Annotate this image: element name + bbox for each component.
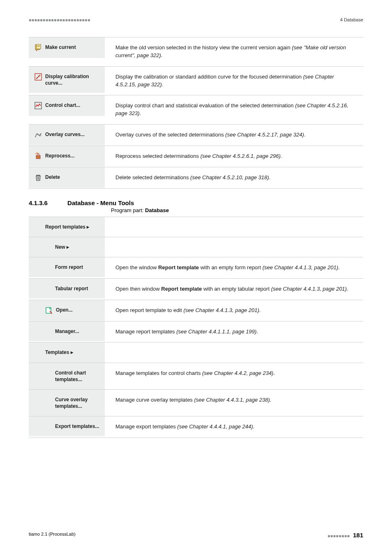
text-italic: (see Chapter 4.5.2.10, page 318)	[190, 174, 269, 180]
text-part: Manage templates for control charts	[115, 370, 202, 376]
label-export-templates: Export tem­plates...	[55, 423, 99, 430]
text-part: .	[269, 174, 271, 180]
group-templates: Templates ▸	[29, 342, 105, 362]
text-italic: (see Chapter 4.4.1.3, page 201)	[271, 286, 347, 292]
footer-dashes: ■ ■ ■ ■ ■ ■ ■ ■	[327, 534, 349, 538]
label-control-chart: Control chart...	[45, 102, 80, 109]
desc-empty	[105, 237, 363, 250]
label-new: New ▸	[55, 244, 69, 250]
text-part: with an empty tabular report	[202, 286, 271, 292]
text-part: .	[140, 110, 141, 116]
program-part-line: Program part: Database	[111, 207, 363, 213]
text-bold: Report template	[158, 264, 199, 271]
label-control-chart-templates: Control chart templates...	[55, 370, 101, 383]
row-tabular-report: Tabular report Open then window Report t…	[29, 278, 363, 300]
text-bold: Report template	[161, 286, 202, 292]
desc-curve-overlay-templates: Manage curve overlay templates (see Chap…	[105, 390, 363, 411]
section-heading: 4.1.3.6 Database - Menu Tools	[29, 199, 363, 206]
desc-overlay-curves: Overlay curves of the selected determina…	[105, 125, 363, 146]
text-part: Open the window	[115, 264, 158, 271]
label-delete: Delete	[45, 174, 60, 180]
text-part: .	[281, 153, 282, 159]
label-report-templates: Report templates ▸	[45, 224, 89, 230]
program-part-name: Database	[145, 207, 169, 213]
label-make-current: Make current	[45, 44, 76, 51]
label-templates: Templates ▸	[45, 349, 73, 356]
footer-right-group: ■ ■ ■ ■ ■ ■ ■ ■ 181	[327, 532, 363, 539]
menu-table-1: Make current Make the old version select…	[29, 37, 363, 189]
row-form-report: Form report Open the window Report templ…	[29, 257, 363, 278]
item-export-templates: Export tem­plates...	[29, 416, 105, 436]
svg-line-5	[36, 75, 40, 79]
text-part: Open report template to edit	[115, 307, 183, 313]
row-delete: Delete Delete selected determinations (s…	[29, 167, 363, 189]
desc-control-chart: Display control chart and statistical ev…	[105, 95, 363, 124]
label-tabular-report: Tabular report	[55, 285, 88, 292]
page-header: ■ ■ ■ ■ ■ ■ ■ ■ ■ ■ ■ ■ ■ ■ ■ ■ ■ ■ ■ ■ …	[29, 17, 363, 22]
desc-form-report: Open the window Report template with an …	[105, 257, 363, 278]
row-display-calibration: Display calibration curve... Display the…	[29, 66, 363, 95]
row-open: Open... Open report template to edit (se…	[29, 300, 363, 321]
make-current-icon	[35, 44, 42, 51]
section-number: 4.1.3.6	[29, 199, 48, 206]
text-part: Delete selected determinations	[115, 174, 190, 180]
text-part: Open then window	[115, 286, 161, 292]
text-part: .	[161, 52, 163, 58]
text-part: Display the calibration or standard addi…	[115, 74, 303, 80]
item-curve-overlay-templates: Curve overlay templates...	[29, 390, 105, 416]
svg-point-7	[39, 75, 40, 76]
desc-open: Open report template to edit (see Chapte…	[105, 300, 363, 321]
text-part: Reprocess selected determinations	[115, 153, 201, 159]
desc-reprocess: Reprocess selected determinations (see C…	[105, 146, 363, 167]
function-make-current: Make current	[29, 37, 105, 58]
text-part: Make the old version selected in the his…	[115, 44, 292, 51]
text-part: .	[338, 264, 340, 271]
desc-display-calibration: Display the calibration or standard addi…	[105, 67, 363, 95]
item-tabular-report: Tabular report	[29, 279, 105, 298]
open-icon	[45, 307, 53, 314]
row-templates: Templates ▸	[29, 342, 363, 362]
footer-product: tiamo 2.1 (ProcessLab)	[29, 532, 76, 539]
svg-rect-11	[37, 175, 40, 176]
calibration-icon	[35, 73, 42, 81]
text-italic: (see Chapter 4.4.1.3, page 201)	[263, 264, 338, 271]
text-part: .	[304, 132, 306, 138]
page-root: ■ ■ ■ ■ ■ ■ ■ ■ ■ ■ ■ ■ ■ ■ ■ ■ ■ ■ ■ ■ …	[0, 0, 392, 555]
page-footer: tiamo 2.1 (ProcessLab) ■ ■ ■ ■ ■ ■ ■ ■ 1…	[29, 532, 363, 539]
text-part: Overlay curves of the selected determina…	[115, 132, 225, 138]
header-dashes: ■ ■ ■ ■ ■ ■ ■ ■ ■ ■ ■ ■ ■ ■ ■ ■ ■ ■ ■ ■ …	[29, 18, 90, 22]
page-number: 181	[353, 532, 363, 539]
label-display-calibration: Display calibration curve...	[45, 73, 101, 86]
text-italic: (see Chapter 4.4.1.1.1, page 199)	[176, 328, 256, 335]
text-italic: (see Chapter 4.4.2, page 234)	[202, 370, 273, 376]
delete-icon	[35, 174, 42, 181]
text-part: Manage report templates	[115, 328, 176, 335]
row-make-current: Make current Make the old version select…	[29, 37, 363, 66]
text-italic: (see Chapter 4.5.2.6.1, page 296)	[201, 153, 281, 159]
text-part: .	[270, 397, 272, 403]
desc-delete: Delete selected determinations (see Chap…	[105, 167, 363, 188]
desc-make-current: Make the old version selected in the his…	[105, 37, 363, 66]
text-italic: (see Chapter 4.4.1.3, page 201)	[183, 307, 259, 313]
text-part: .	[273, 370, 275, 376]
function-display-calibration: Display calibration curve...	[29, 67, 105, 93]
item-manager: Manager...	[29, 321, 105, 341]
desc-export-templates: Manage export templates (see Chapter 4.4…	[105, 416, 363, 437]
overlay-curves-icon	[35, 131, 42, 139]
desc-empty	[105, 342, 363, 356]
text-italic: (see Chapter 4.5.2.17, page 324)	[225, 132, 304, 138]
control-chart-icon	[35, 102, 42, 109]
desc-empty	[105, 217, 363, 230]
text-part: Display control chart and statistical ev…	[115, 102, 295, 109]
desc-tabular-report: Open then window Report template with an…	[105, 279, 363, 300]
label-curve-overlay-templates: Curve overlay templates...	[55, 396, 101, 409]
menu-table-2: Report templates ▸ New ▸ Form report Ope…	[29, 217, 363, 438]
item-form-report: Form report	[29, 257, 105, 277]
item-open: Open...	[29, 300, 105, 321]
row-report-templates: Report templates ▸	[29, 217, 363, 237]
desc-control-chart-templates: Manage templates for control charts (see…	[105, 363, 363, 384]
label-manager: Manager...	[55, 328, 79, 335]
function-delete: Delete	[29, 167, 105, 188]
label-overlay-curves: Overlay curves...	[45, 131, 85, 138]
text-part: .	[253, 423, 255, 430]
